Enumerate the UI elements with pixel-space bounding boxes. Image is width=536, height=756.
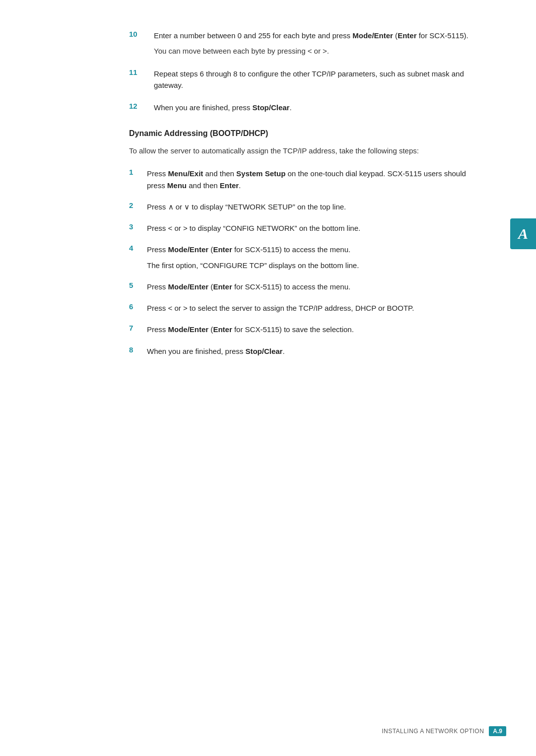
dynamic-step-5-number: 5	[129, 281, 147, 289]
dynamic-step-5-text: Press Mode/Enter (Enter for SCX-5115) to…	[147, 281, 476, 292]
dynamic-step-6-text: Press < or > to select the server to ass…	[147, 302, 476, 314]
dynamic-step-4-number: 4	[129, 244, 147, 252]
dynamic-step-1-number: 1	[129, 168, 147, 176]
dynamic-step-3-number: 3	[129, 222, 147, 231]
dynamic-step-3: 3 Press < or > to display “CONFIG NETWOR…	[129, 222, 476, 234]
dynamic-step-1-content: Press Menu/Exit and then System Setup on…	[147, 168, 476, 191]
dynamic-step-8: 8 When you are finished, press Stop/Clea…	[129, 345, 476, 357]
step-12: 12 When you are finished, press Stop/Cle…	[129, 102, 476, 113]
dynamic-step-6: 6 Press < or > to select the server to a…	[129, 302, 476, 314]
ds7-bold1: Mode/Enter	[168, 325, 209, 334]
footer: Installing a Network Option A.9	[382, 726, 506, 736]
ds5-bold2: Enter	[213, 282, 232, 291]
dynamic-step-2-number: 2	[129, 201, 147, 209]
ds8-bold1: Stop/Clear	[245, 347, 282, 355]
dynamic-step-8-content: When you are finished, press Stop/Clear.	[147, 345, 476, 357]
dynamic-step-4-content: Press Mode/Enter (Enter for SCX-5115) to…	[147, 244, 476, 271]
section-intro: To allow the server to automatically ass…	[129, 145, 476, 157]
dynamic-step-7-text: Press Mode/Enter (Enter for SCX-5115) to…	[147, 324, 476, 335]
dynamic-step-7-number: 7	[129, 324, 147, 332]
dynamic-step-1-text: Press Menu/Exit and then System Setup on…	[147, 168, 476, 191]
content-area: 10 Enter a number between 0 and 255 for …	[129, 30, 476, 357]
step-10-number: 10	[129, 30, 154, 38]
ds5-bold1: Mode/Enter	[168, 282, 209, 291]
ds1-bold3: Menu	[167, 181, 187, 190]
section-heading: Dynamic Addressing (BOOTP/DHCP)	[129, 129, 476, 138]
footer-badge: A.9	[489, 726, 506, 736]
dynamic-steps-list: 1 Press Menu/Exit and then System Setup …	[129, 168, 476, 357]
ds1-bold2: System Setup	[236, 169, 285, 178]
page: A 10 Enter a number between 0 and 255 fo…	[0, 0, 536, 756]
step-12-content: When you are finished, press Stop/Clear.	[154, 102, 476, 113]
dynamic-step-3-content: Press < or > to display “CONFIG NETWORK”…	[147, 222, 476, 234]
dynamic-step-8-text: When you are finished, press Stop/Clear.	[147, 345, 476, 357]
step-10-content: Enter a number between 0 and 255 for eac…	[154, 30, 476, 57]
dynamic-step-5: 5 Press Mode/Enter (Enter for SCX-5115) …	[129, 281, 476, 292]
ds1-bold1: Menu/Exit	[168, 169, 203, 178]
step-10-text: Enter a number between 0 and 255 for eac…	[154, 30, 476, 41]
step-11: 11 Repeat steps 6 through 8 to configure…	[129, 68, 476, 91]
dynamic-step-5-content: Press Mode/Enter (Enter for SCX-5115) to…	[147, 281, 476, 292]
dynamic-step-6-content: Press < or > to select the server to ass…	[147, 302, 476, 314]
step-12-bold: Stop/Clear	[252, 103, 289, 112]
footer-text: Installing a Network Option	[382, 728, 484, 735]
step-11-number: 11	[129, 68, 154, 76]
dynamic-step-7-content: Press Mode/Enter (Enter for SCX-5115) to…	[147, 324, 476, 335]
ds7-bold2: Enter	[213, 325, 232, 334]
dynamic-step-4: 4 Press Mode/Enter (Enter for SCX-5115) …	[129, 244, 476, 271]
dynamic-step-2-text: Press ∧ or ∨ to display “NETWORK SETUP” …	[147, 201, 476, 212]
step-12-number: 12	[129, 102, 154, 110]
dynamic-step-1: 1 Press Menu/Exit and then System Setup …	[129, 168, 476, 191]
dynamic-step-2: 2 Press ∧ or ∨ to display “NETWORK SETUP…	[129, 201, 476, 212]
step-10-bold2: Enter	[398, 31, 416, 40]
step-11-content: Repeat steps 6 through 8 to configure th…	[154, 68, 476, 91]
ds4-bold2: Enter	[213, 245, 232, 254]
step-11-text: Repeat steps 6 through 8 to configure th…	[154, 68, 476, 91]
ds4-bold1: Mode/Enter	[168, 245, 209, 254]
dynamic-step-4-text: Press Mode/Enter (Enter for SCX-5115) to…	[147, 244, 476, 255]
dynamic-step-4-subnote: The first option, “CONFIGURE TCP” displa…	[147, 260, 476, 271]
ds1-bold4: Enter	[220, 181, 239, 190]
dynamic-step-6-number: 6	[129, 302, 147, 311]
dynamic-step-2-content: Press ∧ or ∨ to display “NETWORK SETUP” …	[147, 201, 476, 212]
dynamic-step-7: 7 Press Mode/Enter (Enter for SCX-5115) …	[129, 324, 476, 335]
dynamic-step-3-text: Press < or > to display “CONFIG NETWORK”…	[147, 222, 476, 234]
dynamic-step-8-number: 8	[129, 345, 147, 354]
step-10-bold1: Mode/Enter	[352, 31, 393, 40]
step-10: 10 Enter a number between 0 and 255 for …	[129, 30, 476, 57]
step-12-text: When you are finished, press Stop/Clear.	[154, 102, 476, 113]
step-10-subnote: You can move between each byte by pressi…	[154, 45, 476, 57]
side-tab-letter: A	[518, 225, 528, 242]
side-tab: A	[510, 218, 536, 249]
